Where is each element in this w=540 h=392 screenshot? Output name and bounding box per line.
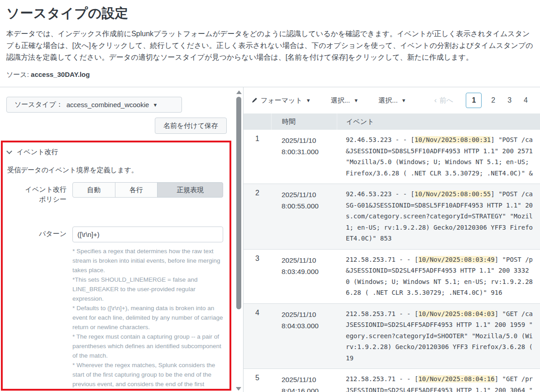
event-time: 2025/11/108:03:49.000 bbox=[271, 250, 337, 303]
timestamp-highlight: 10/Nov/2025:08:04:16 bbox=[418, 375, 495, 383]
scrollbar-thumb[interactable] bbox=[236, 97, 241, 309]
table-row: 52025/11/108:04:16.000212.58.253.71 - - … bbox=[244, 368, 540, 392]
event-raw-text: 92.46.53.223 - - [10/Nov/2025:08:00:31] … bbox=[337, 130, 540, 184]
event-breaks-description: 受信データのイベント境界を定義します。 bbox=[7, 166, 227, 175]
sourcetype-dropdown-label: ソースタイプ： bbox=[14, 100, 63, 109]
timestamp-highlight: 10/Nov/2025:08:04:03 bbox=[418, 310, 495, 317]
policy-button-group: 自動各行正規表現 bbox=[72, 182, 223, 198]
policy-row: イベント改行 ポリシー 自動各行正規表現 bbox=[5, 182, 227, 204]
event-time: 2025/11/108:04:16.000 bbox=[271, 369, 337, 392]
event-raw-text: 212.58.253.71 - - [10/Nov/2025:08:04:16]… bbox=[337, 369, 540, 392]
event-time: 2025/11/108:04:03.000 bbox=[271, 304, 337, 369]
source-line: ソース: access_30DAY.log bbox=[6, 71, 534, 79]
chevron-down-icon: ▼ bbox=[306, 98, 311, 103]
policy-label: イベント改行 ポリシー bbox=[5, 182, 72, 204]
time-column-header: 時間 bbox=[271, 113, 337, 130]
page-button-4[interactable]: 4 bbox=[524, 96, 528, 104]
pattern-label: パターン bbox=[5, 227, 72, 391]
select-dropdown-2[interactable]: 選択... ▼ bbox=[378, 96, 406, 105]
event-time: 2025/11/108:00:31.000 bbox=[271, 130, 337, 184]
event-raw-text: 212.58.253.71 - - [10/Nov/2025:08:04:03]… bbox=[337, 304, 540, 369]
page-button-1[interactable]: 1 bbox=[466, 93, 482, 108]
timestamp-highlight: 10/Nov/2025:08:00:31 bbox=[415, 136, 491, 143]
scroll-up-icon[interactable] bbox=[236, 90, 242, 94]
event-raw-text: 212.58.253.71 - - [10/Nov/2025:08:03:49]… bbox=[337, 250, 540, 303]
policy-tab-正規表現[interactable]: 正規表現 bbox=[157, 182, 223, 198]
row-number: 1 bbox=[244, 130, 271, 184]
prev-page-button[interactable]: ‹ 前へ bbox=[434, 96, 453, 105]
sourcetype-dropdown[interactable]: ソースタイプ： access_combined_wcookie ▼ bbox=[6, 97, 182, 113]
panels-container: ソースタイプ： access_combined_wcookie ▼ 名前を付けて… bbox=[0, 87, 540, 392]
chevron-down-icon: ▼ bbox=[401, 98, 406, 103]
policy-tab-自動[interactable]: 自動 bbox=[72, 182, 115, 198]
table-row: 32025/11/108:03:49.000212.58.253.71 - - … bbox=[244, 249, 540, 303]
table-header: 時間 イベント bbox=[244, 113, 540, 130]
page-title: ソースタイプの設定 bbox=[6, 5, 534, 23]
chevron-down-icon: ▼ bbox=[153, 102, 158, 108]
page-header: ソースタイプの設定 本データでは、インデックス作成前にSplunkプラットフォー… bbox=[0, 0, 540, 79]
source-label: ソース: bbox=[6, 71, 29, 78]
event-time: 2025/11/108:00:55.000 bbox=[271, 184, 337, 249]
pattern-row: パターン * Specifies a regex that determines… bbox=[5, 227, 227, 391]
event-raw-text: 92.46.53.223 - - [10/Nov/2025:08:00:55] … bbox=[337, 184, 540, 249]
settings-panel: ソースタイプ： access_combined_wcookie ▼ 名前を付けて… bbox=[0, 87, 244, 392]
page-button-3[interactable]: 3 bbox=[507, 96, 511, 104]
pencil-icon bbox=[252, 97, 258, 104]
table-row: 12025/11/108:00:31.00092.46.53.223 - - [… bbox=[244, 130, 540, 184]
table-row: 22025/11/108:00:55.00092.46.53.223 - - [… bbox=[244, 184, 540, 249]
select-dropdown-1[interactable]: 選択... ▼ bbox=[331, 96, 358, 105]
event-table-body: 12025/11/108:00:31.00092.46.53.223 - - [… bbox=[244, 130, 540, 392]
row-number: 2 bbox=[244, 184, 271, 249]
timestamp-highlight: 10/Nov/2025:08:00:55 bbox=[415, 190, 491, 198]
pattern-input[interactable] bbox=[72, 227, 223, 242]
pattern-help-text: * Specifies a regex that determines how … bbox=[72, 246, 223, 391]
chevron-down-icon: ▼ bbox=[354, 98, 358, 103]
source-filename: access_30DAY.log bbox=[31, 71, 90, 78]
events-toolbar: フォーマット ▼ 選択... ▼ 選択... ▼ ‹ 前へ 1234 bbox=[244, 87, 540, 113]
chevron-expand-icon bbox=[6, 148, 12, 154]
row-number: 5 bbox=[244, 369, 271, 392]
format-dropdown-label: フォーマット bbox=[261, 96, 302, 105]
page-numbers: 1234 bbox=[466, 93, 540, 108]
events-preview-panel: フォーマット ▼ 選択... ▼ 選択... ▼ ‹ 前へ 1234 bbox=[244, 87, 540, 392]
pagination: ‹ 前へ 1234 bbox=[434, 93, 540, 108]
event-breaks-title: イベント改行 bbox=[17, 148, 58, 156]
page-button-2[interactable]: 2 bbox=[491, 96, 495, 104]
page-description: 本データでは、インデックス作成前にSplunkプラットフォームがデータをどのよう… bbox=[6, 28, 534, 63]
timestamp-highlight: 10/Nov/2025:08:03:49 bbox=[418, 256, 495, 263]
event-breaks-header[interactable]: イベント改行 bbox=[6, 148, 227, 156]
event-column-header: イベント bbox=[337, 113, 540, 130]
table-row: 42025/11/108:04:03.000212.58.253.71 - - … bbox=[244, 303, 540, 369]
row-number: 4 bbox=[244, 304, 271, 369]
chevron-left-icon: ‹ bbox=[434, 96, 437, 105]
format-dropdown[interactable]: フォーマット ▼ bbox=[252, 96, 311, 105]
event-breaks-section: イベント改行 受信データのイベント境界を定義します。 イベント改行 ポリシー 自… bbox=[1, 141, 231, 391]
sourcetype-dropdown-value: access_combined_wcookie bbox=[67, 101, 149, 109]
row-number: 3 bbox=[244, 250, 271, 303]
event-breaks-form: イベント改行 ポリシー 自動各行正規表現 パターン * Specifies a … bbox=[5, 182, 227, 391]
save-as-button[interactable]: 名前を付けて保存 bbox=[155, 118, 227, 134]
left-panel-scrollbar[interactable] bbox=[235, 89, 243, 392]
scroll-down-icon[interactable] bbox=[236, 387, 241, 391]
policy-tab-各行[interactable]: 各行 bbox=[115, 182, 158, 198]
